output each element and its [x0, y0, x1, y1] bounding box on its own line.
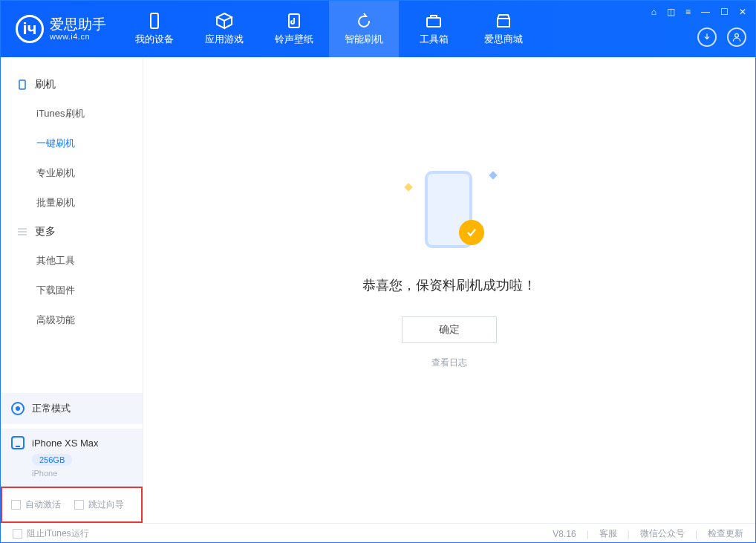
logo-icon: iч	[16, 15, 44, 43]
footer-link-update[interactable]: 检查更新	[708, 527, 743, 540]
window-controls: ⌂ ◫ ≡ — ☐ ✕	[651, 7, 746, 17]
device-icon	[146, 12, 163, 30]
nav-tab-label: 爱思商城	[484, 33, 523, 46]
logo-block: iч 爱思助手 www.i4.cn	[1, 1, 120, 57]
nav-tab-label: 铃声壁纸	[275, 33, 313, 46]
nav-tab-label: 工具箱	[420, 33, 449, 46]
minimize-button[interactable]: —	[701, 7, 710, 17]
sidebar-group-flash[interactable]: 刷机	[1, 71, 143, 99]
checkbox-icon	[11, 500, 21, 510]
shirt-icon[interactable]: ⌂	[651, 7, 656, 17]
phone-icon	[17, 79, 27, 90]
ok-button[interactable]: 确定	[402, 316, 497, 343]
app-footer: 阻止iTunes运行 V8.16 | 客服 | 微信公众号 | 检查更新	[1, 523, 755, 543]
checkbox-label: 自动激活	[25, 498, 61, 511]
checkbox-block-itunes[interactable]: 阻止iTunes运行	[13, 527, 89, 540]
sidebar-item-download-fw[interactable]: 下载固件	[1, 276, 143, 305]
separator: |	[587, 529, 589, 539]
close-button[interactable]: ✕	[739, 7, 746, 17]
store-icon	[495, 12, 512, 30]
success-badge-icon	[459, 220, 484, 245]
header-action-icons	[697, 27, 746, 47]
success-illustration	[401, 166, 498, 256]
app-header: iч 爱思助手 www.i4.cn 我的设备 应用游戏 铃声壁纸 智能刷机 工具…	[1, 1, 755, 57]
svg-point-4	[735, 33, 739, 37]
nav-tab-device[interactable]: 我的设备	[120, 1, 189, 57]
app-body: 刷机 iTunes刷机 一键刷机 专业刷机 批量刷机 更多 其他工具 下载固件 …	[1, 57, 755, 523]
view-log-link[interactable]: 查看日志	[431, 357, 467, 369]
spark-icon	[404, 183, 412, 191]
svg-rect-2	[427, 18, 440, 27]
sidebar: 刷机 iTunes刷机 一键刷机 专业刷机 批量刷机 更多 其他工具 下载固件 …	[1, 57, 143, 523]
lock-icon[interactable]: ◫	[667, 7, 675, 17]
footer-link-support[interactable]: 客服	[599, 527, 617, 540]
spark-icon	[489, 171, 497, 179]
success-text: 恭喜您，保资料刷机成功啦！	[362, 276, 536, 294]
sidebar-item-other-tools[interactable]: 其他工具	[1, 246, 143, 276]
nav-tab-store[interactable]: 爱思商城	[469, 1, 538, 57]
sidebar-bottom: 正常模式 iPhone XS Max 256GB iPhone 自动激活 跳过向…	[1, 393, 143, 523]
more-icon	[17, 227, 27, 237]
sidebar-item-advanced[interactable]: 高级功能	[1, 305, 143, 335]
svg-rect-3	[498, 19, 509, 27]
nav-tab-label: 我的设备	[135, 33, 174, 46]
sidebar-group-more[interactable]: 更多	[1, 218, 143, 246]
sidebar-item-itunes-flash[interactable]: iTunes刷机	[1, 99, 143, 129]
sidebar-group-label: 更多	[35, 225, 56, 238]
mode-label: 正常模式	[32, 402, 71, 415]
mode-icon	[11, 402, 25, 415]
mode-card[interactable]: 正常模式	[1, 393, 143, 424]
checkbox-label: 阻止iTunes运行	[27, 527, 89, 540]
sidebar-item-oneclick-flash[interactable]: 一键刷机	[1, 129, 143, 158]
nav-tab-toolbox[interactable]: 工具箱	[399, 1, 469, 57]
checkbox-icon	[13, 529, 22, 539]
checkbox-skip-wizard[interactable]: 跳过向导	[74, 498, 124, 511]
main-content: 恭喜您，保资料刷机成功啦！ 确定 查看日志	[143, 57, 755, 523]
sidebar-item-pro-flash[interactable]: 专业刷机	[1, 158, 143, 188]
user-icon[interactable]	[727, 27, 746, 47]
cube-icon	[215, 12, 233, 30]
device-type: iPhone	[32, 469, 132, 478]
nav-tab-ringtones[interactable]: 铃声壁纸	[259, 1, 329, 57]
toolbox-icon	[425, 12, 443, 30]
separator: |	[628, 529, 630, 539]
nav-tab-flash[interactable]: 智能刷机	[329, 1, 399, 57]
option-row-highlighted: 自动激活 跳过向导	[1, 487, 143, 523]
device-size: 256GB	[32, 454, 72, 466]
download-icon[interactable]	[697, 27, 717, 47]
app-url: www.i4.cn	[50, 32, 106, 41]
sidebar-group-label: 刷机	[35, 78, 56, 91]
svg-rect-0	[151, 13, 158, 28]
checkbox-icon	[74, 500, 84, 510]
svg-rect-5	[19, 80, 25, 89]
music-icon	[285, 12, 303, 30]
menu-icon[interactable]: ≡	[685, 7, 691, 17]
nav-tab-label: 智能刷机	[345, 33, 383, 46]
footer-link-wechat[interactable]: 微信公众号	[640, 527, 685, 540]
header-right: ⌂ ◫ ≡ — ☐ ✕	[651, 1, 746, 57]
device-name: iPhone XS Max	[32, 438, 99, 449]
device-icon	[11, 436, 25, 449]
refresh-icon	[355, 12, 373, 30]
version-label: V8.16	[553, 529, 576, 539]
checkbox-label: 跳过向导	[88, 498, 124, 511]
maximize-button[interactable]: ☐	[720, 7, 729, 17]
nav-tab-apps[interactable]: 应用游戏	[189, 1, 259, 57]
app-name: 爱思助手	[50, 17, 106, 33]
nav-tabs: 我的设备 应用游戏 铃声壁纸 智能刷机 工具箱 爱思商城	[120, 1, 538, 57]
nav-tab-label: 应用游戏	[205, 33, 244, 46]
sidebar-item-batch-flash[interactable]: 批量刷机	[1, 188, 143, 218]
device-card[interactable]: iPhone XS Max 256GB iPhone	[1, 429, 143, 487]
checkbox-auto-activate[interactable]: 自动激活	[11, 498, 61, 511]
separator: |	[695, 529, 697, 539]
